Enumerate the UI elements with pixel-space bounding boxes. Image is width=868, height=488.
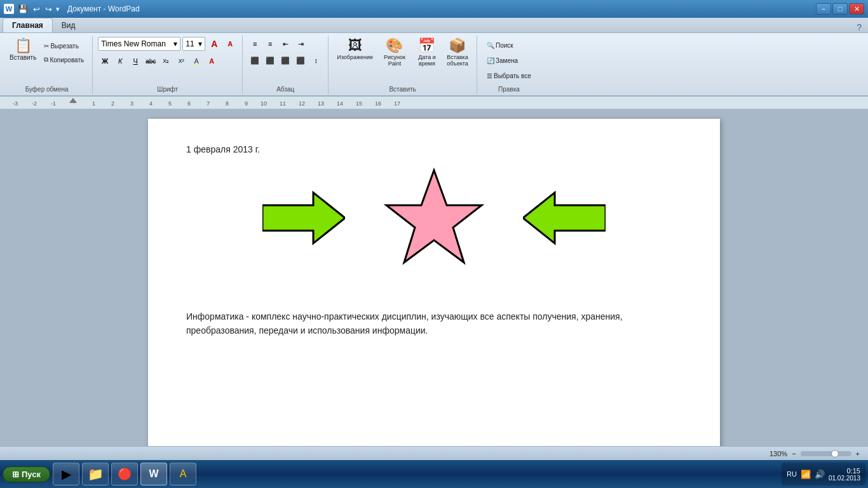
- italic-button[interactable]: К: [113, 54, 127, 68]
- subscript-button[interactable]: Х₂: [159, 54, 173, 68]
- help-button[interactable]: ?: [857, 22, 865, 32]
- copy-icon: ⧉: [44, 56, 48, 64]
- select-all-icon: ☰: [487, 72, 492, 79]
- svg-text:9: 9: [245, 100, 248, 107]
- ruler: -3 -2 -1 · 1 2 3 4 5 6 7 8 9 10 11 12 13…: [0, 97, 868, 109]
- bold-button[interactable]: Ж: [98, 54, 112, 68]
- svg-marker-25: [523, 193, 606, 243]
- arrow-left-shape: [523, 189, 606, 249]
- font-grow-button[interactable]: A: [207, 37, 221, 51]
- align-justify-button[interactable]: ⬛: [294, 53, 308, 67]
- font-color-button[interactable]: A: [205, 54, 219, 68]
- size-dropdown-icon: ▾: [198, 39, 202, 48]
- quick-save[interactable]: 💾: [17, 4, 29, 14]
- zoom-slider-thumb: [831, 450, 839, 458]
- superscript-button[interactable]: Х²: [174, 54, 188, 68]
- document-page[interactable]: 1 февраля 2013 г.: [148, 119, 720, 446]
- line-spacing-button[interactable]: ↕: [309, 53, 323, 67]
- font-name-selector[interactable]: Times New Roman ▾: [98, 37, 180, 51]
- arrow-right-shape: [262, 189, 345, 249]
- svg-text:-2: -2: [32, 100, 37, 107]
- status-bar: 130% − +: [0, 446, 868, 460]
- minimize-button[interactable]: −: [816, 3, 831, 15]
- document-body[interactable]: Информатика - комплекс научно-практическ…: [186, 309, 682, 338]
- insert-paint-button[interactable]: 🎨 РисунокPaint: [379, 37, 410, 69]
- align-right-button[interactable]: ⬛: [278, 53, 292, 67]
- strikethrough-button[interactable]: abc: [144, 54, 158, 68]
- taskbar-media-button[interactable]: ▶: [53, 463, 79, 485]
- start-button[interactable]: ⊞ Пуск: [3, 466, 50, 482]
- svg-text:3: 3: [130, 100, 133, 107]
- svg-text:-3: -3: [13, 100, 18, 107]
- tray-clock[interactable]: 0:15 01.02.2013: [829, 467, 860, 482]
- align-left-button[interactable]: ⬛: [248, 53, 262, 67]
- tray-network-icon: 📶: [801, 470, 811, 479]
- ribbon-group-paragraph: ≡ ≡ ⇤ ⇥ ⬛ ⬛ ⬛ ⬛ ↕ Абзац: [243, 36, 329, 94]
- quick-undo[interactable]: ↩: [32, 4, 41, 14]
- folder-icon: 📁: [88, 466, 104, 482]
- indent-increase-button[interactable]: ⇥: [294, 37, 308, 51]
- svg-text:7: 7: [207, 100, 210, 107]
- close-button[interactable]: ✕: [849, 3, 864, 15]
- underline-button[interactable]: Ч: [128, 54, 142, 68]
- tab-view[interactable]: Вид: [53, 18, 85, 32]
- taskbar: ⊞ Пуск ▶ 📁 🔴 W A RU 📶 🔊 0:15 01.02.2013: [0, 460, 868, 488]
- font-size-selector[interactable]: 11 ▾: [182, 37, 205, 51]
- list-bullet-button[interactable]: ≡: [248, 37, 262, 51]
- svg-text:2: 2: [111, 100, 114, 107]
- formatting-row: Ж К Ч abc Х₂ Х² A A: [98, 54, 219, 68]
- quick-dropdown[interactable]: ▾: [56, 5, 60, 13]
- app-icon: W: [4, 4, 14, 14]
- taskbar-wordpad-button[interactable]: W: [140, 463, 167, 485]
- datetime-icon: 📅: [418, 39, 435, 53]
- document-area: 1 февраля 2013 г.: [0, 109, 868, 446]
- title-bar-title: Документ - WordPad: [67, 4, 140, 13]
- insert-image-button[interactable]: 🖼 Изображение: [334, 37, 376, 62]
- font-dropdown-icon: ▾: [173, 39, 177, 48]
- find-button[interactable]: 🔍 Поиск: [484, 39, 517, 52]
- find-icon: 🔍: [487, 42, 494, 49]
- highlight-button[interactable]: A: [189, 54, 203, 68]
- svg-text:4: 4: [149, 100, 153, 107]
- taskbar-files-button[interactable]: 📁: [82, 463, 109, 485]
- insert-object-button[interactable]: 📦 Вставкаобъекта: [444, 37, 471, 69]
- svg-text:8: 8: [226, 100, 229, 107]
- extra-icon: A: [180, 468, 187, 480]
- svg-marker-24: [386, 170, 482, 262]
- tab-home[interactable]: Главная: [3, 18, 53, 32]
- quick-redo[interactable]: ↪: [44, 4, 53, 14]
- maximize-button[interactable]: □: [832, 3, 848, 15]
- svg-text:1: 1: [92, 100, 95, 107]
- svg-text:11: 11: [280, 100, 286, 107]
- insert-datetime-button[interactable]: 📅 Дата ивремя: [413, 37, 441, 69]
- svg-text:12: 12: [299, 100, 305, 107]
- taskbar-browser-button[interactable]: 🔴: [111, 463, 138, 485]
- copy-button[interactable]: ⧉ Копировать: [41, 53, 87, 66]
- svg-marker-23: [262, 193, 345, 243]
- indent-decrease-button[interactable]: ⇤: [278, 37, 292, 51]
- svg-text:17: 17: [394, 100, 400, 107]
- zoom-control: 130% − +: [770, 450, 862, 458]
- paint-icon: 🎨: [386, 39, 403, 53]
- replace-button[interactable]: 🔄 Замена: [484, 55, 521, 67]
- replace-icon: 🔄: [487, 57, 494, 64]
- ribbon-group-edit: 🔍 Поиск 🔄 Замена ☰ Выбрать все Правка: [477, 36, 541, 94]
- ribbon-group-insert: 🖼 Изображение 🎨 РисунокPaint 📅 Дата ивре…: [329, 36, 477, 94]
- select-all-button[interactable]: ☰ Выбрать все: [484, 70, 534, 83]
- zoom-minus-button[interactable]: −: [790, 450, 797, 458]
- title-bar: W 💾 ↩ ↪ ▾ Документ - WordPad − □ ✕: [0, 0, 868, 18]
- svg-text:13: 13: [318, 100, 324, 107]
- taskbar-tray: RU 📶 🔊 0:15 01.02.2013: [782, 463, 865, 485]
- object-icon: 📦: [449, 39, 466, 53]
- zoom-plus-button[interactable]: +: [854, 450, 862, 458]
- shapes-area: [186, 167, 682, 271]
- tray-volume-icon: 🔊: [815, 470, 825, 479]
- font-shrink-button[interactable]: A: [223, 37, 237, 51]
- taskbar-extra-button[interactable]: A: [170, 463, 196, 485]
- paste-button[interactable]: 📋 Вставить: [6, 37, 39, 63]
- list-number-button[interactable]: ≡: [263, 37, 277, 51]
- cut-button[interactable]: ✂ Вырезать: [41, 39, 87, 52]
- align-center-button[interactable]: ⬛: [263, 53, 277, 67]
- zoom-slider[interactable]: [801, 451, 851, 456]
- ribbon-tabs: Главная Вид ?: [0, 18, 868, 33]
